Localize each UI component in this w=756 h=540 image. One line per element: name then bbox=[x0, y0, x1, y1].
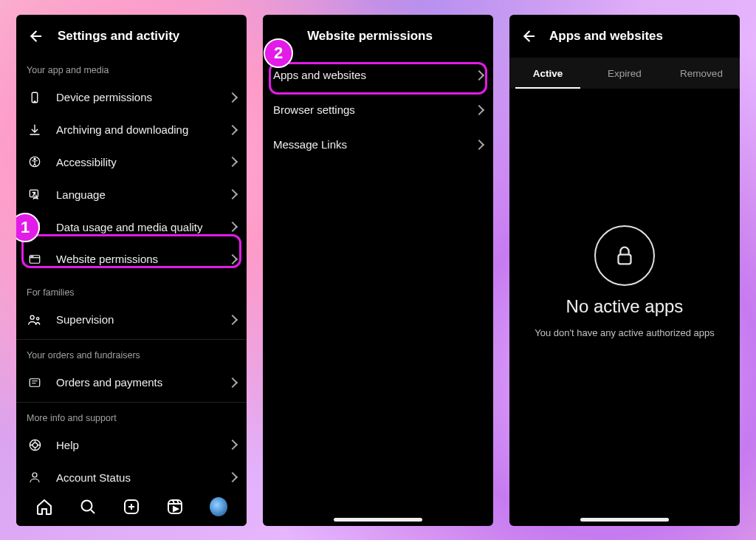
phone-website-permissions: 2 Website permissions Apps and websites … bbox=[263, 15, 493, 526]
row-language[interactable]: Language bbox=[16, 178, 247, 211]
svg-rect-42 bbox=[619, 254, 631, 264]
row-label: Account Status bbox=[56, 471, 229, 484]
svg-point-14 bbox=[31, 256, 32, 257]
section-families: For families bbox=[16, 276, 247, 304]
chevron-right-icon bbox=[227, 92, 238, 103]
chevron-right-icon bbox=[227, 315, 238, 325]
row-device-permissions[interactable]: Device permissions bbox=[16, 81, 247, 114]
row-label: Data usage and media quality bbox=[56, 221, 229, 233]
header: Settings and activity bbox=[16, 15, 247, 58]
section-more: More info and support bbox=[16, 406, 247, 429]
row-accessibility[interactable]: Accessibility bbox=[16, 146, 247, 178]
back-arrow-icon[interactable] bbox=[27, 28, 43, 44]
row-label: Apps and websites bbox=[273, 69, 475, 81]
row-archiving-downloading[interactable]: Archiving and downloading bbox=[16, 114, 247, 146]
section-orders: Your orders and fundraisers bbox=[16, 343, 247, 366]
tab-active[interactable]: Active bbox=[509, 58, 586, 89]
svg-point-16 bbox=[30, 315, 34, 319]
svg-point-22 bbox=[32, 442, 37, 447]
row-label: Help bbox=[56, 439, 229, 451]
device-icon bbox=[27, 89, 43, 106]
row-label: Language bbox=[56, 188, 229, 201]
home-icon[interactable] bbox=[35, 498, 53, 516]
section-app-media: Your app and media bbox=[16, 58, 247, 81]
svg-point-17 bbox=[37, 317, 39, 319]
chevron-right-icon bbox=[227, 189, 238, 199]
search-icon[interactable] bbox=[79, 498, 97, 516]
browser-icon bbox=[27, 251, 43, 267]
home-indicator bbox=[580, 518, 669, 522]
chevron-right-icon bbox=[474, 139, 484, 149]
chevron-right-icon bbox=[227, 222, 238, 232]
row-label: Archiving and downloading bbox=[56, 123, 229, 136]
row-label: Browser settings bbox=[273, 103, 475, 116]
row-apps-websites[interactable]: Apps and websites bbox=[263, 58, 493, 92]
lock-icon bbox=[594, 225, 655, 286]
create-icon[interactable] bbox=[123, 498, 140, 516]
svg-point-15 bbox=[32, 256, 33, 257]
home-indicator bbox=[334, 518, 422, 522]
header: Apps and websites bbox=[509, 15, 740, 58]
phone-settings-activity: 1 Settings and activity Your app and med… bbox=[16, 15, 247, 526]
divider bbox=[16, 402, 247, 403]
row-help[interactable]: Help bbox=[16, 429, 247, 462]
svg-line-32 bbox=[91, 510, 94, 513]
phone-apps-websites: Apps and websites Active Expired Removed… bbox=[509, 15, 740, 526]
row-label: Orders and payments bbox=[56, 376, 229, 389]
svg-point-31 bbox=[81, 501, 92, 511]
empty-state: No active apps You don't have any active… bbox=[509, 89, 740, 526]
divider bbox=[16, 339, 247, 340]
svg-point-6 bbox=[34, 159, 35, 160]
profile-avatar[interactable] bbox=[210, 498, 227, 516]
row-label: Accessibility bbox=[56, 156, 229, 168]
row-label: Website permissions bbox=[56, 253, 229, 265]
download-icon bbox=[27, 122, 43, 138]
language-icon bbox=[27, 186, 43, 202]
empty-title: No active apps bbox=[566, 296, 684, 317]
page-title: Apps and websites bbox=[549, 29, 663, 44]
svg-point-27 bbox=[32, 473, 37, 477]
row-browser-settings[interactable]: Browser settings bbox=[263, 92, 493, 127]
row-website-permissions[interactable]: Website permissions bbox=[16, 243, 247, 276]
row-message-links[interactable]: Message Links bbox=[263, 127, 493, 162]
row-orders-payments[interactable]: Orders and payments bbox=[16, 366, 247, 399]
chevron-right-icon bbox=[227, 157, 238, 167]
row-label: Message Links bbox=[273, 138, 475, 151]
back-arrow-icon[interactable] bbox=[520, 28, 536, 44]
help-icon bbox=[27, 437, 43, 453]
row-data-usage[interactable]: Data usage and media quality bbox=[16, 211, 247, 243]
account-icon bbox=[27, 469, 43, 485]
orders-icon bbox=[27, 375, 43, 391]
tab-removed[interactable]: Removed bbox=[663, 58, 740, 89]
empty-subtitle: You don't have any active authorized app… bbox=[535, 327, 714, 338]
chevron-right-icon bbox=[227, 377, 238, 388]
row-label: Supervision bbox=[56, 313, 229, 326]
page-title: Settings and activity bbox=[58, 29, 179, 44]
chevron-right-icon bbox=[474, 69, 484, 80]
tabs: Active Expired Removed bbox=[509, 58, 740, 89]
supervision-icon bbox=[27, 312, 43, 328]
bottom-nav bbox=[16, 488, 247, 526]
reels-icon[interactable] bbox=[166, 498, 184, 516]
accessibility-icon bbox=[27, 154, 43, 170]
chevron-right-icon bbox=[474, 104, 484, 115]
row-supervision[interactable]: Supervision bbox=[16, 304, 247, 336]
svg-rect-18 bbox=[30, 378, 40, 386]
chevron-right-icon bbox=[227, 254, 238, 264]
tab-expired[interactable]: Expired bbox=[586, 58, 663, 89]
chevron-right-icon bbox=[227, 472, 238, 482]
header: Website permissions bbox=[263, 15, 493, 58]
row-label: Device permissions bbox=[56, 91, 229, 103]
chevron-right-icon bbox=[227, 440, 238, 450]
svg-marker-40 bbox=[173, 507, 178, 511]
chevron-right-icon bbox=[227, 124, 238, 134]
step-badge-2: 2 bbox=[264, 38, 293, 68]
page-title: Website permissions bbox=[263, 29, 483, 44]
